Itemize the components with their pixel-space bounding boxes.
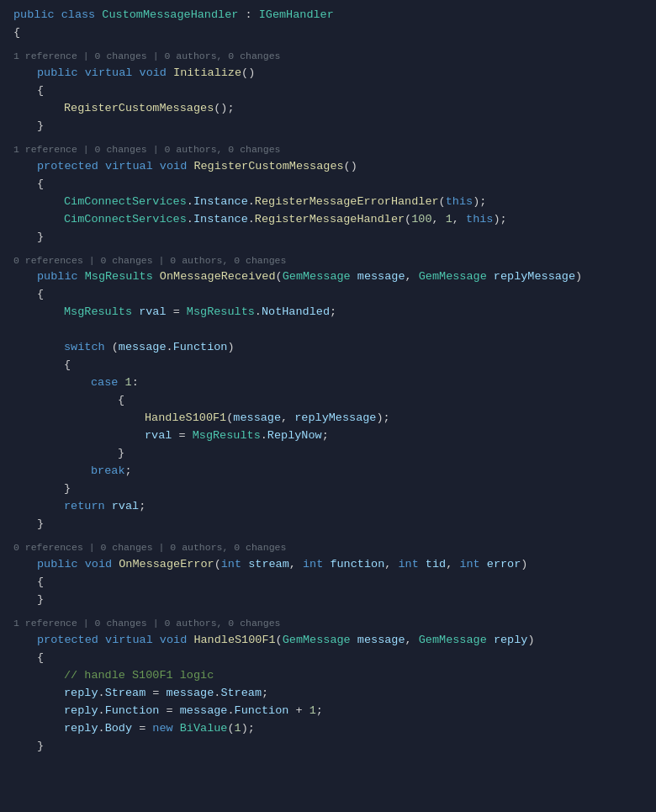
line-onmessagereceived-sig: public MsgResults OnMessageReceived(GemM… [0,268,656,286]
line-handles100f1-sig: protected virtual void HandleS100F1(GemM… [0,632,656,650]
line-rval-replynow: rval = MsgResults.ReplyNow; [0,427,656,445]
line-open-brace-6: { [0,574,656,592]
code-editor: public class CustomMessageHandler : IGem… [0,0,656,762]
meta-register: 1 reference | 0 changes | 0 authors, 0 c… [0,135,656,158]
line-open-brace-3: { [0,286,656,304]
line-return: return rval; [0,498,656,516]
line-break: break; [0,463,656,480]
line-cimconnect-1: CimConnectServices.Instance.RegisterMess… [0,194,656,211]
line-register-call: RegisterCustomMessages(); [0,100,656,118]
line-close-brace-1: } [0,118,656,135]
line-onmessageerror-sig: public void OnMessageError(int stream, i… [0,556,656,574]
line-switch: switch (message.Function) [0,339,656,357]
line-case-1: case 1: [0,374,656,392]
line-reply-body: reply.Body = new BiValue(1); [0,720,656,738]
line-close-brace-2: } [0,229,656,247]
line-comment: // handle S100F1 logic [0,667,656,685]
meta-onmessageerror: 0 references | 0 changes | 0 authors, 0 … [0,533,656,556]
line-open-brace-4: { [0,357,656,374]
meta-onmessagereceived: 0 references | 0 changes | 0 authors, 0 … [0,247,656,269]
line-open-brace-0: { [0,24,656,42]
line-close-brace-3: } [0,516,656,533]
line-open-brace-1: { [0,82,656,100]
line-rval-decl: MsgResults rval = MsgResults.NotHandled; [0,304,656,321]
meta-handles100f1: 1 reference | 0 changes | 0 authors, 0 c… [0,609,656,632]
line-close-brace-6: } [0,592,656,609]
line-close-brace-5: } [0,445,656,463]
line-open-brace-2: { [0,176,656,194]
line-reply-stream: reply.Stream = message.Stream; [0,685,656,703]
meta-initialize: 1 reference | 0 changes | 0 authors, 0 c… [0,42,656,65]
line-initialize-sig: public virtual void Initialize() [0,65,656,82]
line-cimconnect-2: CimConnectServices.Instance.RegisterMess… [0,211,656,229]
line-empty-1 [0,321,656,339]
line-open-brace-5: { [0,392,656,410]
line-close-brace-7: } [0,738,656,756]
line-close-brace-4: } [0,480,656,498]
line-class-decl: public class CustomMessageHandler : IGem… [0,7,656,24]
line-reply-function: reply.Function = message.Function + 1; [0,703,656,720]
line-handles100f1-call: HandleS100F1(message, replyMessage); [0,410,656,427]
line-open-brace-7: { [0,650,656,667]
line-register-sig: protected virtual void RegisterCustomMes… [0,158,656,176]
